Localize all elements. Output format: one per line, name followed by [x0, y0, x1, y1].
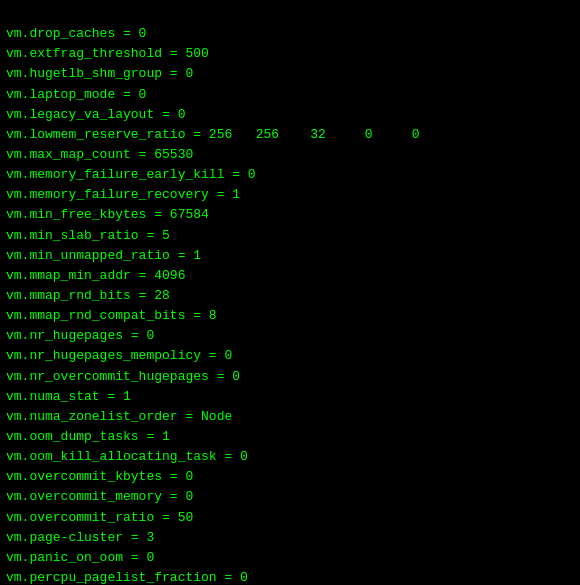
- terminal-line: vm.oom_kill_allocating_task = 0: [6, 447, 574, 467]
- terminal-line: vm.extfrag_threshold = 500: [6, 44, 574, 64]
- terminal-line: vm.drop_caches = 0: [6, 24, 574, 44]
- terminal-line: vm.numa_zonelist_order = Node: [6, 407, 574, 427]
- terminal-line: vm.memory_failure_recovery = 1: [6, 185, 574, 205]
- terminal-line: vm.max_map_count = 65530: [6, 145, 574, 165]
- terminal-line: vm.legacy_va_layout = 0: [6, 105, 574, 125]
- terminal-line: vm.hugetlb_shm_group = 0: [6, 64, 574, 84]
- terminal-line: vm.min_unmapped_ratio = 1: [6, 246, 574, 266]
- terminal-output: vm.drop_caches = 0vm.extfrag_threshold =…: [0, 0, 580, 585]
- terminal-line: vm.numa_stat = 1: [6, 387, 574, 407]
- terminal-line: vm.oom_dump_tasks = 1: [6, 427, 574, 447]
- terminal-line: vm.nr_overcommit_hugepages = 0: [6, 367, 574, 387]
- terminal-line: vm.overcommit_memory = 0: [6, 487, 574, 507]
- terminal-line: vm.laptop_mode = 0: [6, 85, 574, 105]
- terminal-line: vm.memory_failure_early_kill = 0: [6, 165, 574, 185]
- terminal-line: vm.page-cluster = 3: [6, 528, 574, 548]
- terminal-line: vm.min_free_kbytes = 67584: [6, 205, 574, 225]
- terminal-line: vm.nr_hugepages = 0: [6, 326, 574, 346]
- terminal-line: vm.nr_hugepages_mempolicy = 0: [6, 346, 574, 366]
- terminal-line: vm.mmap_min_addr = 4096: [6, 266, 574, 286]
- terminal-line: vm.overcommit_ratio = 50: [6, 508, 574, 528]
- terminal-line: vm.mmap_rnd_bits = 28: [6, 286, 574, 306]
- terminal-line: vm.overcommit_kbytes = 0: [6, 467, 574, 487]
- terminal-line: vm.mmap_rnd_compat_bits = 8: [6, 306, 574, 326]
- terminal-line: vm.percpu_pagelist_fraction = 0: [6, 568, 574, 585]
- terminal-line: vm.min_slab_ratio = 5: [6, 226, 574, 246]
- terminal-line: vm.lowmem_reserve_ratio = 256 256 32 0 0: [6, 125, 574, 145]
- terminal-line: vm.panic_on_oom = 0: [6, 548, 574, 568]
